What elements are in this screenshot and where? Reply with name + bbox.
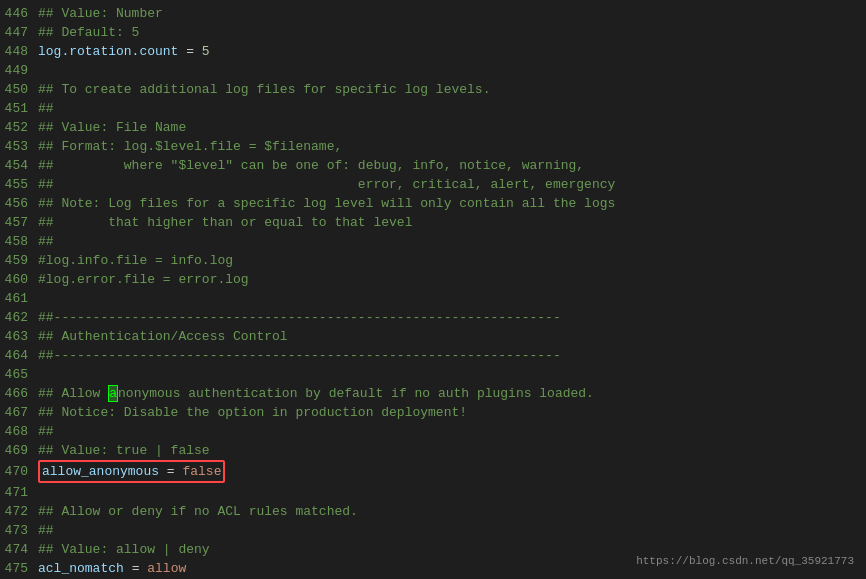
code-line: 453## Format: log.$level.file = $filenam… (0, 137, 866, 156)
watermark: https://blog.csdn.net/qq_35921773 (636, 552, 854, 571)
line-content: ## Allow or deny if no ACL rules matched… (38, 502, 358, 521)
code-line: 460#log.error.file = error.log (0, 270, 866, 289)
line-number: 471 (0, 483, 38, 502)
line-content: ## Default: 5 (38, 23, 139, 42)
line-number: 454 (0, 156, 38, 175)
line-number: 460 (0, 270, 38, 289)
line-content: ##--------------------------------------… (38, 308, 561, 327)
code-line: 459#log.info.file = info.log (0, 251, 866, 270)
line-number: 452 (0, 118, 38, 137)
line-number: 469 (0, 441, 38, 460)
line-content: log.rotation.count = 5 (38, 42, 210, 61)
code-line: 455## error, critical, alert, emergency (0, 175, 866, 194)
code-line: 456## Note: Log files for a specific log… (0, 194, 866, 213)
code-line: 458## (0, 232, 866, 251)
line-number: 453 (0, 137, 38, 156)
line-number: 449 (0, 61, 38, 80)
line-content: ## Allow anonymous authentication by def… (38, 384, 594, 403)
line-number: 450 (0, 80, 38, 99)
line-number: 456 (0, 194, 38, 213)
line-content: ## Value: File Name (38, 118, 186, 137)
line-number: 474 (0, 540, 38, 559)
code-line: 471 (0, 483, 866, 502)
line-number: 475 (0, 559, 38, 578)
line-number: 472 (0, 502, 38, 521)
line-content: ## (38, 422, 54, 441)
line-number: 467 (0, 403, 38, 422)
code-line: 449 (0, 61, 866, 80)
line-number: 448 (0, 42, 38, 61)
code-editor: 446## Value: Number447## Default: 5448lo… (0, 0, 866, 579)
line-number: 446 (0, 4, 38, 23)
line-number: 458 (0, 232, 38, 251)
line-number: 459 (0, 251, 38, 270)
highlighted-config-box: allow_anonymous = false (38, 460, 225, 483)
line-number: 468 (0, 422, 38, 441)
code-line: 447## Default: 5 (0, 23, 866, 42)
code-line: 457## that higher than or equal to that … (0, 213, 866, 232)
code-line: 465 (0, 365, 866, 384)
line-content: ## (38, 521, 54, 540)
code-line: 451## (0, 99, 866, 118)
line-content: ## Value: allow | deny (38, 540, 210, 559)
code-line: 463## Authentication/Access Control (0, 327, 866, 346)
line-content: #log.error.file = error.log (38, 270, 249, 289)
code-line: 466## Allow anonymous authentication by … (0, 384, 866, 403)
code-line: 468## (0, 422, 866, 441)
line-content: allow_anonymous = false (38, 460, 225, 483)
line-content: ## that higher than or equal to that lev… (38, 213, 412, 232)
code-line: 454## where "$level" can be one of: debu… (0, 156, 866, 175)
code-line: 467## Notice: Disable the option in prod… (0, 403, 866, 422)
line-content: ## where "$level" can be one of: debug, … (38, 156, 584, 175)
code-line: 472## Allow or deny if no ACL rules matc… (0, 502, 866, 521)
line-number: 473 (0, 521, 38, 540)
code-line: 470allow_anonymous = false (0, 460, 866, 483)
code-line: 469## Value: true | false (0, 441, 866, 460)
line-number: 470 (0, 462, 38, 481)
code-line: 448log.rotation.count = 5 (0, 42, 866, 61)
line-content: acl_nomatch = allow (38, 559, 186, 578)
line-number: 457 (0, 213, 38, 232)
code-line: 473## (0, 521, 866, 540)
line-content: #log.info.file = info.log (38, 251, 233, 270)
code-line: 452## Value: File Name (0, 118, 866, 137)
code-line: 461 (0, 289, 866, 308)
line-number: 461 (0, 289, 38, 308)
line-content: ## Value: true | false (38, 441, 210, 460)
line-content: ## (38, 232, 54, 251)
line-number: 465 (0, 365, 38, 384)
code-line: 462##-----------------------------------… (0, 308, 866, 327)
line-number: 464 (0, 346, 38, 365)
line-content: ## Note: Log files for a specific log le… (38, 194, 615, 213)
line-content: ## Notice: Disable the option in product… (38, 403, 467, 422)
line-content: ## Authentication/Access Control (38, 327, 288, 346)
line-number: 455 (0, 175, 38, 194)
line-content: ## (38, 99, 54, 118)
line-content: ## error, critical, alert, emergency (38, 175, 615, 194)
line-number: 466 (0, 384, 38, 403)
line-number: 447 (0, 23, 38, 42)
line-content: ## Value: Number (38, 4, 163, 23)
code-line: 464##-----------------------------------… (0, 346, 866, 365)
line-number: 463 (0, 327, 38, 346)
line-number: 462 (0, 308, 38, 327)
line-number: 451 (0, 99, 38, 118)
code-line: 446## Value: Number (0, 4, 866, 23)
line-content: ## To create additional log files for sp… (38, 80, 490, 99)
code-line: 450## To create additional log files for… (0, 80, 866, 99)
line-content: ## Format: log.$level.file = $filename, (38, 137, 342, 156)
line-content: ##--------------------------------------… (38, 346, 561, 365)
